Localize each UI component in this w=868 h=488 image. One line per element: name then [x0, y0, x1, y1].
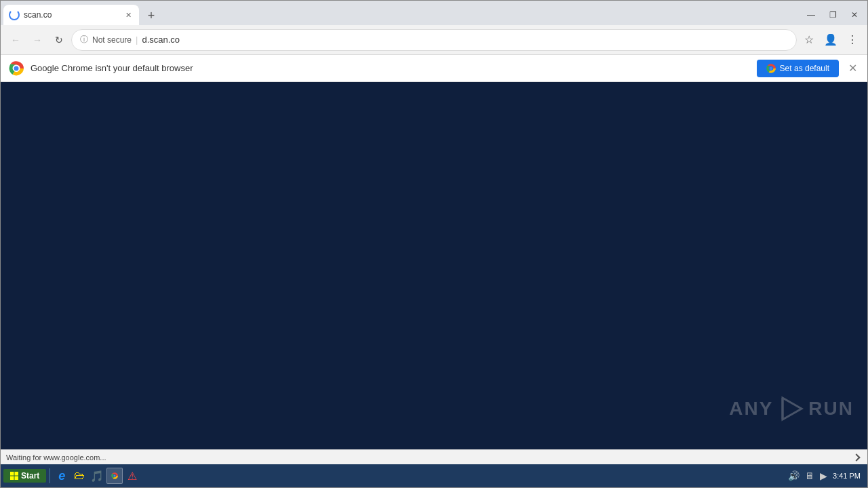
taskbar-arrow-icon[interactable]: ▶ — [820, 470, 827, 481]
taskbar-separator — [50, 468, 50, 483]
taskbar-media-icon[interactable]: 🎵 — [89, 468, 105, 484]
taskbar-chrome-icon[interactable] — [106, 468, 123, 484]
anyrun-text-run: RUN — [808, 398, 854, 420]
taskbar: Start e 🗁 🎵 ⚠ 🔊 🖥 ▶ 3:41 PM — [1, 464, 867, 487]
active-tab[interactable]: scan.co ✕ — [3, 5, 139, 25]
status-text: Waiting for www.google.com... — [6, 453, 854, 462]
back-icon: ← — [11, 35, 20, 45]
system-clock: 3:41 PM — [833, 471, 861, 481]
volume-icon[interactable]: 🔊 — [788, 470, 800, 481]
star-icon: ☆ — [804, 33, 814, 46]
menu-button[interactable]: ⋮ — [843, 30, 862, 49]
close-button[interactable]: ✕ — [844, 7, 865, 22]
back-button[interactable]: ← — [6, 30, 25, 49]
maximize-button[interactable]: ❐ — [823, 7, 843, 22]
anyrun-text-any: ANY — [729, 398, 773, 420]
profile-icon: 👤 — [824, 33, 837, 46]
bookmark-star-button[interactable]: ☆ — [800, 30, 818, 49]
title-bar: scan.co ✕ + — ❐ ✕ — [1, 1, 867, 25]
forward-button[interactable]: → — [28, 30, 47, 49]
windows-logo-icon — [10, 472, 18, 480]
browser-toolbar: ← → ↻ ⓘ Not secure | d.scan.co ☆ 👤 ⋮ — [1, 25, 867, 55]
taskbar-folder-icon[interactable]: 🗁 — [71, 468, 87, 484]
reload-icon: ↻ — [55, 35, 63, 45]
anyrun-watermark: ANY RUN — [729, 395, 854, 422]
tab-title: scan.co — [24, 10, 119, 20]
window-controls: — ❐ ✕ — [801, 7, 865, 25]
taskbar-right-area: 🔊 🖥 ▶ 3:41 PM — [788, 470, 865, 481]
default-browser-info-bar: Google Chrome isn't your default browser… — [1, 55, 867, 82]
set-default-chrome-icon — [766, 64, 776, 73]
svg-rect-7 — [15, 472, 19, 476]
forward-icon: → — [33, 35, 42, 45]
minimize-button[interactable]: — — [801, 7, 821, 22]
svg-rect-9 — [15, 476, 19, 481]
start-label: Start — [21, 471, 39, 481]
profile-button[interactable]: 👤 — [821, 30, 840, 49]
svg-rect-8 — [10, 476, 14, 481]
new-tab-button[interactable]: + — [142, 6, 161, 25]
svg-marker-4 — [783, 398, 802, 420]
tab-close-button[interactable]: ✕ — [123, 9, 134, 20]
toolbar-right-actions: ☆ 👤 ⋮ — [800, 30, 862, 49]
start-button[interactable]: Start — [3, 469, 46, 483]
set-default-button[interactable]: Set as default — [757, 60, 839, 77]
menu-icon: ⋮ — [847, 33, 858, 46]
svg-rect-6 — [10, 472, 14, 476]
status-bar: Waiting for www.google.com... — [1, 449, 867, 464]
svg-point-1 — [14, 66, 19, 70]
url-text: d.scan.co — [142, 35, 788, 45]
default-browser-message: Google Chrome isn't your default browser — [31, 63, 750, 73]
network-icon[interactable]: 🖥 — [805, 470, 814, 481]
set-default-label: Set as default — [780, 64, 829, 73]
address-bar[interactable]: ⓘ Not secure | d.scan.co — [71, 29, 797, 51]
chrome-logo-icon — [9, 61, 24, 76]
info-bar-close-button[interactable]: ✕ — [846, 62, 859, 75]
url-divider: | — [136, 35, 138, 45]
clock-time: 3:41 PM — [833, 472, 861, 480]
svg-point-10 — [114, 474, 116, 476]
reload-button[interactable]: ↻ — [50, 30, 68, 49]
taskbar-ie-icon[interactable]: e — [54, 468, 70, 484]
page-content: ANY RUN — [1, 82, 867, 449]
taskbar-warning-icon[interactable]: ⚠ — [124, 468, 140, 484]
browser-window: scan.co ✕ + — ❐ ✕ ← → ↻ ⓘ Not secure | d… — [0, 0, 868, 488]
tab-strip: scan.co ✕ + — [3, 5, 801, 25]
not-secure-label: Not secure — [92, 35, 132, 45]
loading-spinner — [9, 9, 20, 20]
scroll-indicator — [852, 453, 860, 461]
security-icon: ⓘ — [80, 34, 88, 45]
svg-point-3 — [769, 66, 772, 69]
anyrun-play-icon — [777, 395, 804, 422]
taskbar-chrome-logo — [111, 470, 118, 481]
